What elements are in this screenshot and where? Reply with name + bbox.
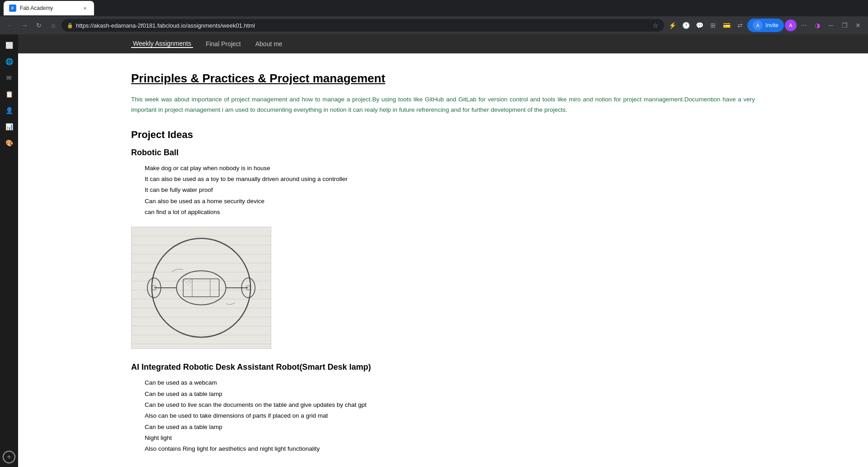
svg-rect-0 (132, 227, 271, 348)
list-item: Also contains Ring light for aesthetics … (145, 443, 755, 454)
ai-robot-list: Can be used as a webcam Can be used as a… (131, 377, 755, 454)
nav-final-project[interactable]: Final Project (204, 40, 243, 48)
invite-button[interactable]: A Invite (747, 19, 784, 32)
list-item: Night light (145, 433, 755, 443)
invite-label: Invite (765, 22, 778, 29)
main-content: Principles & Practices & Project managem… (18, 53, 868, 467)
sidebar-icon-mail[interactable]: ✉ (2, 71, 16, 85)
tab-bar: F Fab Academy ✕ (0, 0, 868, 16)
invite-avatar: A (753, 20, 763, 30)
profile-avatar[interactable]: A (785, 19, 797, 31)
apps-icon[interactable]: ⊞ (707, 19, 719, 32)
sidebar: ⬜ 🌐 ✉ 📋 👤 📊 🎨 + (0, 34, 18, 467)
sidebar-icon-people[interactable]: 👤 (2, 103, 16, 118)
home-button[interactable]: ⌂ (47, 19, 60, 32)
browser-toolbar: ← → ↻ ⌂ 🔒 https://akash-edamana-2f0181.f… (0, 16, 868, 34)
browser-chrome: F Fab Academy ✕ ← → ↻ ⌂ 🔒 https://akash-… (0, 0, 868, 34)
close-button[interactable]: ✕ (852, 19, 864, 32)
star-icon[interactable]: ☆ (653, 22, 659, 29)
nav-weekly-assignments[interactable]: Weekly Assignments (131, 40, 193, 48)
reload-button[interactable]: ↻ (33, 19, 45, 32)
sync-icon[interactable]: ⇄ (734, 19, 746, 32)
main-layout: ⬜ 🌐 ✉ 📋 👤 📊 🎨 + Weekly Assignments Final… (0, 34, 868, 467)
back-button[interactable]: ← (4, 19, 16, 32)
chat-icon[interactable]: 💬 (693, 19, 706, 32)
list-item: Can be used as a table lamp (145, 389, 755, 400)
list-item: It can be fully water proof (145, 185, 755, 195)
sidebar-add-button[interactable]: + (3, 451, 15, 463)
sidebar-icon-widgets[interactable]: 🎨 (2, 136, 16, 150)
robotic-ball-list: Make dog or cat play when nobody is in h… (131, 163, 755, 218)
tab-favicon: F (9, 5, 16, 12)
ai-robot-title: AI Integrated Robotic Desk Assistant Rob… (131, 362, 755, 372)
page-area: Weekly Assignments Final Project About m… (18, 34, 868, 467)
list-item: Can be used as a webcam (145, 377, 755, 388)
minimize-button[interactable]: ─ (825, 19, 837, 32)
section-project-ideas-title: Project Ideas (131, 129, 755, 141)
list-item: Can be used to live scan the documents o… (145, 400, 755, 410)
sidebar-icon-calendar[interactable]: 📋 (2, 87, 16, 101)
robotic-ball-sketch (131, 227, 271, 349)
list-item: Can also be used as a home security devi… (145, 196, 755, 207)
list-item: can find a lot of applications (145, 207, 755, 218)
history-icon[interactable]: 🕐 (679, 19, 692, 32)
nav-about-me[interactable]: About me (254, 40, 284, 48)
sidebar-icon-tabs[interactable]: ⬜ (2, 38, 16, 52)
edge-icon: ◑ (811, 19, 824, 32)
active-tab[interactable]: F Fab Academy ✕ (4, 1, 94, 15)
tab-title: Fab Academy (20, 5, 78, 11)
site-navigation: Weekly Assignments Final Project About m… (18, 34, 868, 53)
intro-paragraph: This week was about importance of projec… (131, 95, 755, 115)
list-item: Make dog or cat play when nobody is in h… (145, 163, 755, 174)
sidebar-icon-browse[interactable]: 🌐 (2, 54, 16, 69)
page-title: Principles & Practices & Project managem… (131, 71, 755, 86)
sidebar-icon-apps[interactable]: 📊 (2, 119, 16, 134)
list-item: It can also be used as a toy to be manua… (145, 174, 755, 185)
lock-icon: 🔒 (67, 23, 73, 29)
maximize-button[interactable]: ❐ (838, 19, 851, 32)
robotic-ball-title: Robotic Ball (131, 148, 755, 157)
toolbar-actions: ⚡ 🕐 💬 ⊞ 💳 ⇄ A Invite A ⋯ ◑ ─ ❐ ✕ (666, 19, 864, 32)
wallet-icon[interactable]: 💳 (720, 19, 733, 32)
extensions-icon[interactable]: ⚡ (666, 19, 679, 32)
list-item: Can be used as a table lamp (145, 422, 755, 433)
url-text: https://akash-edamana-2f0181.fabcloud.io… (76, 22, 650, 29)
forward-button[interactable]: → (18, 19, 31, 32)
more-menu-icon[interactable]: ⋯ (797, 19, 810, 32)
list-item: Also can be used to take dimensions of p… (145, 410, 755, 421)
tab-close-button[interactable]: ✕ (81, 5, 89, 12)
address-bar[interactable]: 🔒 https://akash-edamana-2f0181.fabcloud.… (61, 19, 664, 32)
